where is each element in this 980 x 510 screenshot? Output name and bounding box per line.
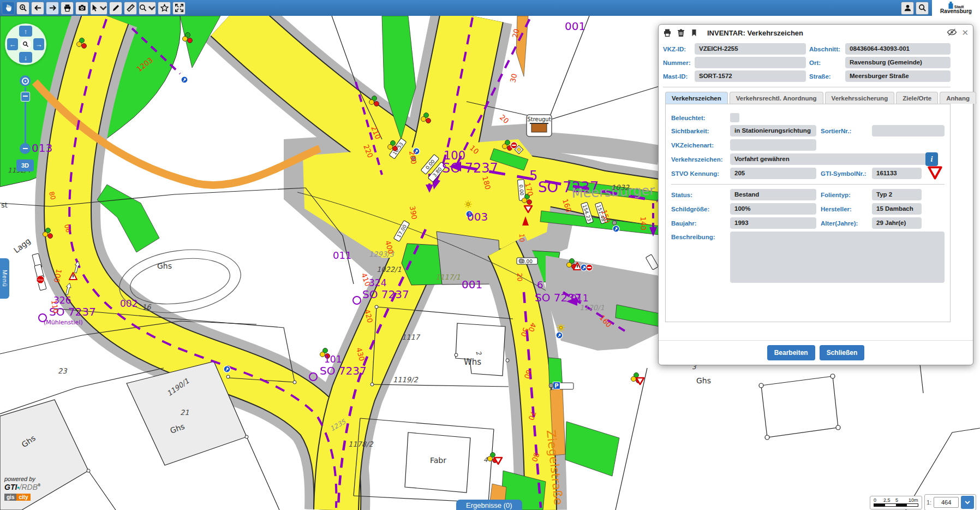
sortiernr-field[interactable] — [872, 125, 945, 137]
field-label: Folientyp: — [821, 192, 868, 198]
map-label: 140 — [639, 217, 648, 230]
alter-field[interactable]: 29 Jahr(e) — [872, 217, 922, 229]
tab-verkehrsrechtl-anordnung[interactable]: Verkehrsrechtl. Anordnung — [730, 92, 823, 104]
schildgroesse-field[interactable]: 100% — [730, 203, 816, 215]
map-label: 101 — [324, 354, 342, 365]
toolbar-right: Stadt Ravensburg — [899, 0, 980, 16]
status-field[interactable]: Bestand — [730, 189, 816, 200]
tab-ziele-orte[interactable]: Ziele/Orte — [896, 92, 938, 104]
vkzeichenart-field[interactable] — [730, 139, 816, 151]
pan-right-button[interactable]: → — [33, 38, 44, 50]
magnifier-button[interactable] — [916, 2, 929, 15]
abschnitt-field[interactable]: 08436064-43093-001 — [845, 43, 951, 55]
slash-sign[interactable] — [511, 142, 517, 149]
dot-sign[interactable] — [612, 221, 617, 225]
schliessen-button[interactable]: Schließen — [820, 345, 865, 360]
zoom-slider-handle[interactable] — [21, 92, 30, 102]
map-label: SO 7237 — [320, 364, 367, 377]
field-label: Beleuchtet: — [671, 115, 726, 121]
3d-view-button[interactable]: 3D — [16, 159, 34, 171]
dot-sign[interactable] — [549, 383, 553, 388]
field-label: Status: — [671, 192, 726, 198]
map-label: SO 7237 — [442, 161, 498, 176]
hersteller-field[interactable]: 15 Dambach — [872, 203, 922, 215]
cursor-button[interactable] — [90, 2, 107, 15]
streugut-sign[interactable]: Streugut — [527, 115, 552, 137]
sun-sign[interactable] — [464, 200, 472, 208]
strasse-field[interactable]: Meersburger Straße — [845, 70, 951, 82]
gti-symbolnr-field[interactable]: 161133 — [872, 168, 922, 179]
bookmark-icon[interactable] — [690, 28, 698, 37]
close-icon[interactable]: ✕ — [961, 28, 969, 38]
person-button[interactable] — [901, 2, 914, 15]
vkz-id-field[interactable]: VZEICH-2255 — [695, 43, 806, 55]
map-label: Whs — [464, 357, 481, 367]
pan-down-button[interactable]: ↓ — [19, 52, 32, 63]
magnifier-button[interactable] — [139, 2, 156, 15]
sun-sign[interactable] — [557, 324, 565, 331]
ratio-label: 1: — [927, 499, 931, 506]
info-button[interactable]: i — [925, 152, 938, 166]
arrow-left-button[interactable] — [31, 2, 44, 15]
ort-field[interactable]: Ravensburg (Gemeinde) — [845, 57, 951, 68]
star-button[interactable] — [158, 2, 171, 15]
zoom-in-button[interactable] — [16, 2, 29, 15]
sichtbarkeit-field[interactable]: in Stationierungsrichtung — [730, 125, 816, 137]
pan-left-button[interactable]: ← — [7, 38, 18, 50]
map-label: 1117/1 — [435, 273, 461, 281]
field-label: Schildgröße: — [671, 206, 726, 212]
slash-sign[interactable] — [586, 264, 593, 271]
dot-sign[interactable] — [519, 259, 523, 263]
stop-sign[interactable]: Stop — [37, 276, 44, 283]
tab-bar: VerkehrszeichenVerkehrsrechtl. Anordnung… — [665, 92, 951, 104]
menu-tab[interactable]: Menü — [0, 258, 9, 299]
map-label: 001 — [462, 278, 482, 291]
mast-id-field[interactable]: SORT-1572 — [695, 70, 806, 82]
toolbar-buttons — [0, 2, 186, 15]
results-tab[interactable]: Ergebnisse (0) — [456, 500, 522, 510]
svg-text:Stop: Stop — [38, 278, 43, 281]
printer-button[interactable] — [61, 2, 74, 15]
zoom-out-circle-button[interactable] — [20, 143, 31, 154]
stvo-field[interactable]: 205 — [730, 168, 816, 179]
zoom-in-circle-button[interactable] — [20, 75, 31, 86]
folientyp-field[interactable]: Typ 2 — [872, 189, 922, 200]
pencil-button[interactable] — [109, 2, 122, 15]
tab-verkehrssicherung[interactable]: Verkehrssicherung — [825, 92, 895, 104]
field-label: Ort: — [809, 60, 842, 66]
field-label: Beschreibung: — [671, 234, 726, 240]
ruler-button[interactable] — [124, 2, 137, 15]
pan-center-zoom[interactable] — [20, 39, 31, 50]
arrow-right-button[interactable] — [46, 2, 59, 15]
camera-button[interactable] — [75, 2, 88, 15]
scale-tick: 5 — [895, 497, 909, 503]
tab-anhang[interactable]: Anhang — [940, 92, 976, 104]
trash-icon[interactable] — [677, 28, 685, 37]
expand-button[interactable] — [172, 2, 186, 15]
scale-dropdown-button[interactable] — [961, 496, 974, 509]
map-label: st — [1, 201, 8, 209]
tab-verkehrszeichen[interactable]: Verkehrszeichen — [665, 92, 728, 104]
measure-tag — [559, 383, 573, 389]
magnifier-icon — [22, 41, 29, 48]
blue-sign[interactable] — [613, 226, 619, 232]
hand-button[interactable] — [2, 2, 15, 15]
scale-widget: 0 2,5 5 10m 1: 464 — [870, 494, 976, 510]
baujahr-field[interactable]: 1993 — [730, 217, 816, 229]
map-label: 20 — [516, 273, 524, 282]
blue-sign[interactable] — [224, 366, 230, 372]
hide-panel-icon[interactable] — [947, 28, 957, 38]
beschreibung-textarea[interactable] — [730, 232, 945, 283]
park-sign[interactable]: P — [553, 382, 560, 389]
pan-up-button[interactable]: ↑ — [19, 26, 32, 37]
nummer-field[interactable] — [695, 57, 806, 68]
blue-sign[interactable] — [181, 76, 188, 83]
scale-ratio-input[interactable]: 464 — [934, 497, 959, 508]
pan-control: ↑ ← → ↓ — [5, 23, 46, 65]
beleuchtet-checkbox[interactable] — [730, 113, 739, 122]
blue-sign[interactable] — [556, 332, 563, 339]
verkehrszeichen-field[interactable]: Vorfahrt gewähren — [730, 153, 936, 165]
bearbeiten-button[interactable]: Bearbeiten — [767, 345, 815, 360]
print-icon[interactable] — [663, 28, 672, 37]
gis-application: Streugut 10.530.003.800.00154.23151.4817… — [0, 0, 980, 510]
